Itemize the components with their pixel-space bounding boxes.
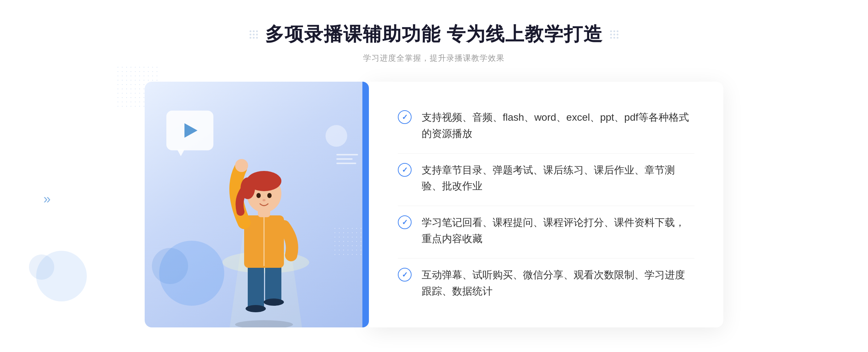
feature-item-1: ✓ 支持视频、音频、flash、word、excel、ppt、pdf等各种格式的…	[398, 101, 694, 151]
person-illustration	[208, 118, 316, 327]
content-section: ✓ 支持视频、音频、flash、word、excel、ppt、pdf等各种格式的…	[145, 82, 723, 327]
svg-rect-4	[265, 262, 281, 302]
check-mark-4: ✓	[402, 271, 408, 278]
feature-item-2: ✓ 支持章节目录、弹题考试、课后练习、课后作业、章节测验、批改作业	[398, 153, 694, 203]
feature-text-4: 互动弹幕、试听购买、微信分享、观看次数限制、学习进度跟踪、数据统计	[422, 267, 694, 300]
dots-grid-inner	[333, 226, 362, 255]
check-icon-3: ✓	[398, 215, 412, 229]
check-mark-1: ✓	[402, 113, 408, 121]
page-wrapper: » 多项录播课辅助功能 专为线	[0, 0, 868, 352]
svg-point-15	[263, 199, 265, 201]
decorator-dots-right	[610, 30, 618, 39]
svg-point-14	[267, 193, 272, 198]
check-icon-2: ✓	[398, 163, 412, 177]
svg-point-13	[256, 193, 261, 198]
svg-rect-3	[248, 262, 264, 309]
svg-point-8	[235, 159, 248, 172]
header-decorators: 多项录播课辅助功能 专为线上教学打造	[250, 22, 618, 47]
feature-text-3: 学习笔记回看、课程提问、课程评论打分、课件资料下载，重点内容收藏	[422, 215, 694, 247]
subtitle: 学习进度全掌握，提升录播课教学效果	[250, 53, 618, 64]
svg-point-6	[264, 299, 284, 306]
play-icon	[184, 123, 197, 138]
main-title: 多项录播课辅助功能 专为线上教学打造	[265, 22, 603, 47]
illustration-area	[145, 82, 369, 327]
feature-text-1: 支持视频、音频、flash、word、excel、ppt、pdf等各种格式的资源…	[422, 110, 694, 142]
blue-bar	[362, 82, 369, 327]
decorator-dots-left	[250, 30, 258, 39]
check-icon-1: ✓	[398, 110, 412, 124]
header-section: 多项录播课辅助功能 专为线上教学打造 学习进度全	[250, 22, 618, 64]
feature-item-4: ✓ 互动弹幕、试听购买、微信分享、观看次数限制、学习进度跟踪、数据统计	[398, 258, 694, 308]
circle-medium	[152, 248, 188, 284]
features-area: ✓ 支持视频、音频、flash、word、excel、ppt、pdf等各种格式的…	[369, 82, 723, 327]
speech-bubble	[166, 111, 213, 150]
feature-text-2: 支持章节目录、弹题考试、课后练习、课后作业、章节测验、批改作业	[422, 162, 694, 195]
deco-lines	[336, 154, 358, 164]
circle-small	[326, 125, 347, 147]
check-mark-2: ✓	[402, 166, 408, 173]
bg-circle-2	[29, 254, 54, 280]
check-mark-3: ✓	[402, 219, 408, 226]
feature-item-3: ✓ 学习笔记回看、课程提问、课程评论打分、课件资料下载，重点内容收藏	[398, 206, 694, 256]
svg-point-5	[246, 305, 266, 312]
chevron-left-icon: »	[43, 192, 48, 207]
check-icon-4: ✓	[398, 268, 412, 282]
